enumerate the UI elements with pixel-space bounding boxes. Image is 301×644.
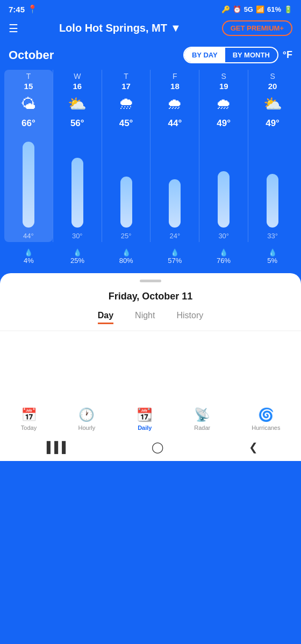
location-title[interactable]: Lolo Hot Springs, MT ▼ bbox=[59, 22, 181, 34]
nav-hurricanes[interactable]: 🌀 Hurricanes bbox=[252, 407, 280, 431]
day-col-4[interactable]: S 19 🌧 49° 30° bbox=[199, 70, 248, 242]
precip-icon-2: 💧 bbox=[122, 248, 131, 257]
precip-value-2: 80% bbox=[119, 257, 133, 265]
nav-hourly[interactable]: 🕐 Hourly bbox=[78, 407, 96, 431]
precip-value-3: 57% bbox=[168, 257, 182, 265]
sheet-handle bbox=[140, 280, 161, 282]
day-icon-0: 🌤 bbox=[21, 95, 36, 113]
key-icon: 🔑 bbox=[221, 5, 230, 13]
nav-daily[interactable]: 📆 Daily bbox=[137, 407, 153, 431]
nav-today[interactable]: 📅 Today bbox=[21, 407, 37, 431]
back-button[interactable]: ❮ bbox=[249, 441, 258, 453]
day-number-0: 15 bbox=[24, 82, 33, 91]
temp-bar-0 bbox=[23, 142, 34, 228]
premium-button[interactable]: GET PREMIUM+ bbox=[222, 20, 292, 36]
temp-low-1: 30° bbox=[72, 232, 83, 240]
dropdown-arrow-icon: ▼ bbox=[170, 22, 181, 34]
time-display: 7:45 bbox=[9, 5, 25, 14]
temp-bar-4 bbox=[218, 171, 230, 228]
radar-icon: 📡 bbox=[194, 407, 210, 422]
precip-value-5: 5% bbox=[267, 257, 277, 265]
day-icon-4: 🌧 bbox=[216, 95, 231, 113]
daily-icon: 📆 bbox=[137, 407, 153, 422]
temp-bar-container-4 bbox=[216, 131, 231, 228]
temp-high-3: 44° bbox=[168, 118, 182, 129]
day-col-3[interactable]: F 18 🌧 44° 24° bbox=[150, 70, 199, 242]
temp-high-1: 56° bbox=[70, 118, 84, 129]
precip-row: 💧 4% 💧 25% 💧 80% 💧 57% 💧 76% 💧 5% bbox=[0, 242, 301, 269]
signal-label: 5G bbox=[244, 5, 253, 13]
temp-low-2: 25° bbox=[121, 232, 132, 240]
precip-icon-5: 💧 bbox=[268, 248, 277, 257]
sheet-tabs: Day Night History bbox=[0, 311, 301, 331]
hurricanes-icon: 🌀 bbox=[258, 407, 274, 422]
radar-label: Radar bbox=[194, 425, 210, 431]
by-month-button[interactable]: BY MONTH bbox=[225, 48, 277, 62]
temp-bar-3 bbox=[169, 179, 181, 228]
bottom-sheet: Friday, October 11 Day Night History bbox=[0, 273, 301, 370]
sheet-title: Friday, October 11 bbox=[0, 291, 301, 302]
sheet-tab-history[interactable]: History bbox=[176, 311, 203, 324]
sheet-tab-day[interactable]: Day bbox=[98, 311, 113, 324]
status-time: 7:45 📍 bbox=[9, 4, 38, 14]
status-icons: 🔑 ⏰ 5G 📶 61% 🔋 bbox=[221, 5, 292, 13]
hourly-icon: 🕐 bbox=[78, 407, 95, 422]
day-icon-1: ⛅ bbox=[68, 95, 87, 113]
bottom-nav: 📅 Today 🕐 Hourly 📆 Daily 📡 Radar 🌀 Hurri… bbox=[0, 402, 301, 435]
daily-label: Daily bbox=[138, 425, 152, 431]
location-name: Lolo Hot Springs, MT bbox=[59, 22, 167, 34]
day-letter-0: T bbox=[26, 72, 31, 80]
temp-high-5: 49° bbox=[266, 118, 280, 129]
precip-col-0: 💧 4% bbox=[4, 248, 53, 265]
precip-icon-1: 💧 bbox=[73, 248, 82, 257]
days-grid: T 15 🌤 66° 44° W 16 ⛅ 56° 30° T 17 🌨 45°… bbox=[0, 70, 301, 242]
day-letter-2: T bbox=[124, 72, 128, 80]
day-col-0[interactable]: T 15 🌤 66° 44° bbox=[4, 70, 53, 242]
temp-bar-container-2 bbox=[119, 131, 134, 228]
day-icon-3: 🌧 bbox=[167, 95, 182, 113]
nav-radar[interactable]: 📡 Radar bbox=[194, 407, 210, 431]
day-col-2[interactable]: T 17 🌨 45° 25° bbox=[102, 70, 150, 242]
today-label: Today bbox=[21, 425, 37, 431]
temp-high-2: 45° bbox=[119, 118, 133, 129]
day-letter-1: W bbox=[74, 72, 81, 80]
app-header: ☰ Lolo Hot Springs, MT ▼ GET PREMIUM+ bbox=[0, 16, 301, 42]
day-col-5[interactable]: S 20 ⛅ 49° 33° bbox=[248, 70, 297, 242]
recent-apps-button[interactable]: ▐▐▐ bbox=[43, 441, 66, 453]
day-letter-4: S bbox=[221, 72, 226, 80]
location-pin-icon: 📍 bbox=[27, 4, 38, 14]
month-label: October bbox=[9, 48, 54, 62]
toggle-group: BY DAY BY MONTH bbox=[183, 47, 278, 63]
temp-bar-5 bbox=[267, 174, 278, 228]
battery-icon: 🔋 bbox=[284, 5, 292, 13]
day-icon-5: ⛅ bbox=[263, 95, 282, 113]
precip-col-3: 💧 57% bbox=[150, 248, 199, 265]
day-col-1[interactable]: W 16 ⛅ 56° 30° bbox=[53, 70, 102, 242]
calendar-controls: October BY DAY BY MONTH °F bbox=[0, 42, 301, 70]
day-number-2: 17 bbox=[121, 82, 131, 91]
today-icon: 📅 bbox=[21, 407, 37, 422]
day-number-4: 19 bbox=[219, 82, 228, 91]
hurricanes-label: Hurricanes bbox=[252, 425, 280, 431]
by-day-button[interactable]: BY DAY bbox=[184, 48, 225, 62]
home-button[interactable]: ◯ bbox=[152, 441, 163, 453]
menu-button[interactable]: ☰ bbox=[9, 22, 18, 35]
precip-icon-4: 💧 bbox=[219, 248, 228, 257]
temp-bar-container-0 bbox=[21, 131, 36, 228]
sheet-tab-night[interactable]: Night bbox=[135, 311, 155, 324]
temp-high-4: 49° bbox=[217, 118, 231, 129]
day-letter-5: S bbox=[270, 72, 275, 80]
temp-bar-1 bbox=[71, 158, 83, 228]
temp-low-5: 33° bbox=[267, 232, 278, 240]
day-number-5: 20 bbox=[268, 82, 277, 91]
day-letter-3: F bbox=[173, 72, 177, 80]
temp-low-4: 30° bbox=[218, 232, 229, 240]
unit-label: °F bbox=[283, 49, 292, 61]
temp-bar-container-5 bbox=[265, 131, 280, 228]
day-number-3: 18 bbox=[170, 82, 180, 91]
precip-value-4: 76% bbox=[217, 257, 231, 265]
temp-bar-2 bbox=[120, 177, 132, 228]
view-toggle: BY DAY BY MONTH °F bbox=[183, 47, 292, 63]
precip-col-4: 💧 76% bbox=[199, 248, 248, 265]
temp-low-0: 44° bbox=[23, 232, 34, 240]
